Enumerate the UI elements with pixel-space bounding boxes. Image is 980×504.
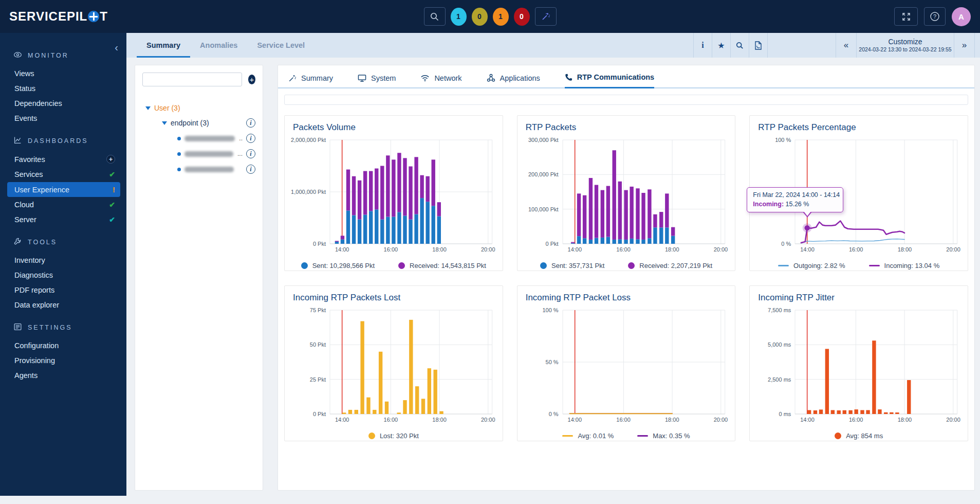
status-badges: 1010 (451, 8, 530, 26)
sidebar-item-events[interactable]: Events (7, 111, 120, 125)
date-navigation: « Customize 2024-03-22 13:30 to 2024-03-… (836, 33, 975, 58)
sidebar-item-views[interactable]: Views (7, 66, 120, 81)
legend-item[interactable]: Incoming: 13.04 % (869, 262, 940, 269)
legend-item[interactable]: Max: 0.35 % (637, 432, 690, 440)
legend-marker (540, 262, 547, 269)
sidebar-item-label: Views (14, 69, 34, 78)
phone-icon (565, 74, 572, 81)
tooltip-series-label: Incoming: (753, 201, 784, 208)
info-icon: i (701, 41, 704, 50)
info-circle-icon[interactable]: i (246, 134, 255, 143)
filter-bar[interactable] (284, 95, 968, 105)
dashboard-tab-system[interactable]: System (358, 73, 396, 88)
date-range-label: 2024-03-22 13:30 to 2024-03-22 19:55 (859, 46, 951, 53)
tree-leaf-item[interactable]: ..i (142, 131, 255, 146)
status-badge-3[interactable]: 0 (514, 8, 530, 26)
section-label: MONITOR (28, 52, 69, 59)
fullscreen-button[interactable] (894, 7, 918, 26)
sidebar-item-diagnostics[interactable]: Diagnostics (7, 268, 120, 282)
tree-add-button[interactable]: + (248, 75, 255, 84)
legend-item[interactable]: Received: 14,543,815 Pkt (398, 262, 486, 269)
legend-marker (368, 433, 375, 439)
legend-label: Avg: 0.01 % (578, 432, 614, 440)
legend-item[interactable]: Sent: 10,298,566 Pkt (301, 262, 375, 269)
tree-search-input[interactable] (142, 73, 242, 86)
fullscreen-icon (902, 12, 911, 21)
sidebar-item-status[interactable]: Status (7, 81, 120, 96)
chart-card-rtp-packets-percentage: RTP Packets Percentage0 %100 %Fri Mar 22… (749, 115, 968, 271)
sidebar-item-provisioning[interactable]: Provisioning (7, 353, 120, 368)
dashboard-tab-label: Applications (500, 74, 540, 82)
y-tick-label: 5,000 ms (768, 341, 791, 348)
help-icon: ? (930, 11, 940, 22)
apps-icon (487, 74, 495, 82)
tree-node-user[interactable]: User (3) (142, 101, 255, 115)
legend-item[interactable]: Avg: 854 ms (835, 432, 883, 440)
legend-item[interactable]: Avg: 0.01 % (562, 432, 614, 440)
dashboard-tab-label: System (371, 74, 396, 82)
sidebar-item-agents[interactable]: Agents (7, 368, 120, 383)
servicepilot-app: servicepilt 1010 ? A ‹ MONITORViewsStat (0, 0, 980, 504)
sidebar-item-services[interactable]: Services✔ (7, 167, 120, 182)
dashboard-tab-applications[interactable]: Applications (487, 73, 540, 88)
date-customize-button[interactable]: Customize 2024-03-22 13:30 to 2024-03-22… (857, 33, 954, 58)
sidebar-item-inventory[interactable]: Inventory (7, 253, 120, 267)
legend-item[interactable]: Outgoing: 2.82 % (778, 262, 845, 269)
tree-leaf-item[interactable]: i (142, 161, 255, 177)
servicepilot-logo[interactable]: servicepilt (9, 9, 108, 24)
help-button[interactable]: ? (924, 7, 946, 26)
x-tick-label: 20:00 (714, 246, 728, 253)
y-tick-label: 100 % (542, 307, 558, 313)
sidebar-item-configuration[interactable]: Configuration (7, 338, 120, 353)
sidebar-item-user-experience[interactable]: User Experience! (7, 182, 120, 197)
search-toolbar-button[interactable] (731, 33, 749, 58)
date-back-button[interactable]: « (836, 33, 857, 58)
chart-legend: Outgoing: 2.82 %Incoming: 13.04 % (758, 262, 959, 269)
info-circle-icon[interactable]: i (246, 165, 255, 174)
view-tab-summary[interactable]: Summary (137, 33, 190, 58)
sidebar: ‹ MONITORViewsStatusDependenciesEventsDA… (0, 33, 126, 496)
tooltip-arrow-inner (804, 211, 811, 216)
legend-item[interactable]: Lost: 320 Pkt (368, 432, 419, 440)
status-badge-1[interactable]: 0 (472, 8, 488, 26)
sidebar-collapse-chevron-icon[interactable]: ‹ (115, 42, 118, 52)
info-circle-icon[interactable]: i (246, 118, 255, 128)
dashboard-tab-rtp-communications[interactable]: RTP Communications (565, 73, 654, 88)
dashboard-tab-label: RTP Communications (577, 73, 654, 81)
bullet-icon (177, 137, 181, 140)
sidebar-item-cloud[interactable]: Cloud✔ (7, 197, 120, 212)
date-forward-button[interactable]: » (954, 33, 975, 58)
favorite-toolbar-button[interactable]: ★ (712, 33, 731, 58)
sidebar-item-data-explorer[interactable]: Data explorer (7, 298, 120, 312)
plus-circle-icon[interactable]: + (106, 155, 115, 164)
dashboard-tab-summary[interactable]: Summary (288, 73, 333, 88)
status-badge-0[interactable]: 1 (451, 8, 467, 26)
chart-plot: 0 ms2,500 ms5,000 ms7,500 ms (795, 310, 957, 414)
sidebar-item-label: Data explorer (14, 301, 59, 309)
pdf-export-button[interactable] (749, 33, 768, 58)
sidebar-item-dependencies[interactable]: Dependencies (7, 96, 120, 111)
caret-down-icon[interactable] (145, 106, 151, 110)
sidebar-item-server[interactable]: Server✔ (7, 212, 120, 227)
info-toolbar-button[interactable]: i (694, 33, 712, 58)
tree: User (3) endpoint (3) i ..i...ii (142, 101, 255, 177)
caret-down-icon[interactable] (162, 121, 167, 125)
info-circle-icon[interactable]: i (246, 149, 255, 158)
dashboard-tab-network[interactable]: Network (420, 73, 461, 88)
sidebar-item-favorites[interactable]: Favorites+ (7, 152, 120, 167)
y-tick-label: 2,000,000 Pkt (291, 137, 326, 143)
view-tab-anomalies[interactable]: Anomalies (190, 33, 247, 58)
x-tick-label: 14:00 (335, 417, 349, 423)
chart-legend: Avg: 0.01 %Max: 0.35 % (526, 432, 727, 440)
chart-canvas (330, 310, 492, 414)
assistant-wand-button[interactable] (535, 7, 557, 26)
user-avatar[interactable]: A (952, 7, 971, 26)
tree-node-endpoint[interactable]: endpoint (3) i (142, 115, 255, 131)
global-search-button[interactable] (424, 7, 446, 26)
sidebar-item-pdf-reports[interactable]: PDF reports (7, 283, 120, 297)
view-tab-service-level[interactable]: Service Level (247, 33, 315, 58)
legend-item[interactable]: Received: 2,207,219 Pkt (628, 262, 712, 269)
status-badge-2[interactable]: 1 (493, 8, 509, 26)
tree-leaf-item[interactable]: ...i (142, 146, 255, 161)
legend-item[interactable]: Sent: 357,731 Pkt (540, 262, 604, 269)
